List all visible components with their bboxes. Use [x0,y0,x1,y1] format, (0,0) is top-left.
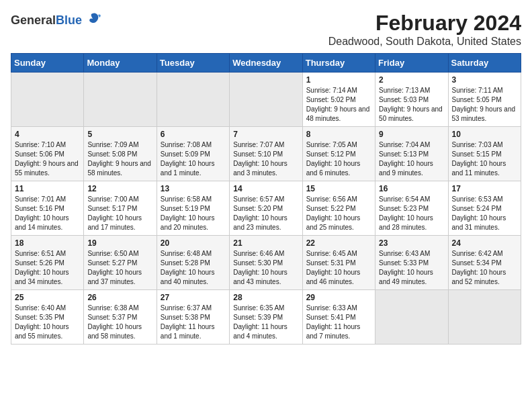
day-number: 9 [379,130,444,139]
day-number: 28 [233,293,298,302]
calendar-table: Sunday Monday Tuesday Wednesday Thursday… [11,53,521,345]
col-sunday: Sunday [11,54,84,73]
table-row: 19Sunrise: 6:50 AM Sunset: 5:27 PM Dayli… [84,236,157,290]
day-info: Sunrise: 7:05 AM Sunset: 5:12 PM Dayligh… [306,140,371,178]
day-info: Sunrise: 6:33 AM Sunset: 5:41 PM Dayligh… [306,304,371,341]
day-number: 12 [87,184,152,193]
day-number: 8 [306,130,371,139]
table-row: 2Sunrise: 7:13 AM Sunset: 5:03 PM Daylig… [375,73,448,127]
table-row: 26Sunrise: 6:38 AM Sunset: 5:37 PM Dayli… [84,290,157,345]
day-number: 14 [233,184,298,193]
day-info: Sunrise: 6:58 AM Sunset: 5:19 PM Dayligh… [161,195,226,232]
page-header: GeneralBlue February 2024 Deadwood, Sout… [11,11,521,48]
table-row: 9Sunrise: 7:04 AM Sunset: 5:13 PM Daylig… [375,127,448,181]
table-row [448,290,521,345]
table-row [11,73,84,127]
table-row: 6Sunrise: 7:08 AM Sunset: 5:09 PM Daylig… [157,127,229,181]
calendar-header-row: Sunday Monday Tuesday Wednesday Thursday… [11,54,521,73]
logo: GeneralBlue [11,11,102,30]
table-row: 10Sunrise: 7:03 AM Sunset: 5:15 PM Dayli… [448,127,521,181]
calendar-week-row: 11Sunrise: 7:01 AM Sunset: 5:16 PM Dayli… [11,181,521,236]
day-info: Sunrise: 7:09 AM Sunset: 5:08 PM Dayligh… [87,140,152,178]
day-info: Sunrise: 6:53 AM Sunset: 5:24 PM Dayligh… [452,195,517,232]
day-number: 21 [233,238,298,248]
day-number: 27 [161,293,226,302]
day-number: 6 [161,130,226,139]
col-thursday: Thursday [302,54,375,73]
table-row: 17Sunrise: 6:53 AM Sunset: 5:24 PM Dayli… [448,181,521,236]
table-row: 3Sunrise: 7:11 AM Sunset: 5:05 PM Daylig… [448,73,521,127]
day-number: 22 [306,238,371,248]
day-number: 15 [306,184,371,193]
col-saturday: Saturday [448,54,521,73]
col-friday: Friday [375,54,448,73]
day-info: Sunrise: 6:50 AM Sunset: 5:27 PM Dayligh… [87,249,152,287]
day-info: Sunrise: 7:04 AM Sunset: 5:13 PM Dayligh… [379,140,444,178]
table-row [157,73,229,127]
day-info: Sunrise: 7:13 AM Sunset: 5:03 PM Dayligh… [379,86,444,124]
day-number: 10 [452,130,517,139]
calendar-week-row: 4Sunrise: 7:10 AM Sunset: 5:06 PM Daylig… [11,127,521,181]
day-info: Sunrise: 7:14 AM Sunset: 5:02 PM Dayligh… [306,86,371,124]
day-info: Sunrise: 7:00 AM Sunset: 5:17 PM Dayligh… [87,195,152,232]
col-monday: Monday [84,54,157,73]
day-number: 24 [452,238,517,248]
table-row: 7Sunrise: 7:07 AM Sunset: 5:10 PM Daylig… [230,127,302,181]
table-row: 24Sunrise: 6:42 AM Sunset: 5:34 PM Dayli… [448,236,521,290]
day-info: Sunrise: 7:01 AM Sunset: 5:16 PM Dayligh… [15,195,80,232]
day-number: 17 [452,184,517,193]
day-info: Sunrise: 6:56 AM Sunset: 5:22 PM Dayligh… [306,195,371,232]
table-row: 21Sunrise: 6:46 AM Sunset: 5:30 PM Dayli… [230,236,302,290]
calendar-week-row: 1Sunrise: 7:14 AM Sunset: 5:02 PM Daylig… [11,73,521,127]
calendar-week-row: 25Sunrise: 6:40 AM Sunset: 5:35 PM Dayli… [11,290,521,345]
calendar-title: February 2024 [328,11,521,36]
table-row [375,290,448,345]
logo-general: General [11,13,56,27]
day-info: Sunrise: 7:08 AM Sunset: 5:09 PM Dayligh… [161,140,226,178]
logo-text: GeneralBlue [11,13,82,28]
table-row: 4Sunrise: 7:10 AM Sunset: 5:06 PM Daylig… [11,127,84,181]
day-number: 29 [306,293,371,302]
logo-bird-icon [83,11,102,30]
day-number: 18 [15,238,80,248]
day-info: Sunrise: 6:37 AM Sunset: 5:38 PM Dayligh… [161,304,226,341]
table-row: 18Sunrise: 6:51 AM Sunset: 5:26 PM Dayli… [11,236,84,290]
day-info: Sunrise: 6:43 AM Sunset: 5:33 PM Dayligh… [379,249,444,287]
day-number: 13 [161,184,226,193]
col-tuesday: Tuesday [157,54,229,73]
table-row: 27Sunrise: 6:37 AM Sunset: 5:38 PM Dayli… [157,290,229,345]
title-block: February 2024 Deadwood, South Dakota, Un… [328,11,521,48]
day-info: Sunrise: 6:38 AM Sunset: 5:37 PM Dayligh… [87,304,152,341]
day-number: 2 [379,75,444,85]
day-info: Sunrise: 7:03 AM Sunset: 5:15 PM Dayligh… [452,140,517,178]
day-number: 20 [161,238,226,248]
table-row: 23Sunrise: 6:43 AM Sunset: 5:33 PM Dayli… [375,236,448,290]
table-row: 25Sunrise: 6:40 AM Sunset: 5:35 PM Dayli… [11,290,84,345]
table-row: 16Sunrise: 6:54 AM Sunset: 5:23 PM Dayli… [375,181,448,236]
day-number: 25 [15,293,80,302]
day-info: Sunrise: 6:54 AM Sunset: 5:23 PM Dayligh… [379,195,444,232]
day-info: Sunrise: 6:42 AM Sunset: 5:34 PM Dayligh… [452,249,517,287]
table-row: 15Sunrise: 6:56 AM Sunset: 5:22 PM Dayli… [302,181,375,236]
day-number: 1 [306,75,371,85]
day-info: Sunrise: 6:57 AM Sunset: 5:20 PM Dayligh… [233,195,298,232]
table-row: 20Sunrise: 6:48 AM Sunset: 5:28 PM Dayli… [157,236,229,290]
table-row [84,73,157,127]
table-row: 14Sunrise: 6:57 AM Sunset: 5:20 PM Dayli… [230,181,302,236]
day-info: Sunrise: 7:07 AM Sunset: 5:10 PM Dayligh… [233,140,298,178]
day-number: 26 [87,293,152,302]
table-row [230,73,302,127]
day-number: 5 [87,130,152,139]
day-number: 11 [15,184,80,193]
table-row: 11Sunrise: 7:01 AM Sunset: 5:16 PM Dayli… [11,181,84,236]
day-info: Sunrise: 6:45 AM Sunset: 5:31 PM Dayligh… [306,249,371,287]
table-row: 8Sunrise: 7:05 AM Sunset: 5:12 PM Daylig… [302,127,375,181]
table-row: 22Sunrise: 6:45 AM Sunset: 5:31 PM Dayli… [302,236,375,290]
day-info: Sunrise: 6:48 AM Sunset: 5:28 PM Dayligh… [161,249,226,287]
day-number: 16 [379,184,444,193]
day-number: 19 [87,238,152,248]
day-number: 23 [379,238,444,248]
day-number: 7 [233,130,298,139]
calendar-subtitle: Deadwood, South Dakota, United States [328,36,521,48]
calendar-week-row: 18Sunrise: 6:51 AM Sunset: 5:26 PM Dayli… [11,236,521,290]
